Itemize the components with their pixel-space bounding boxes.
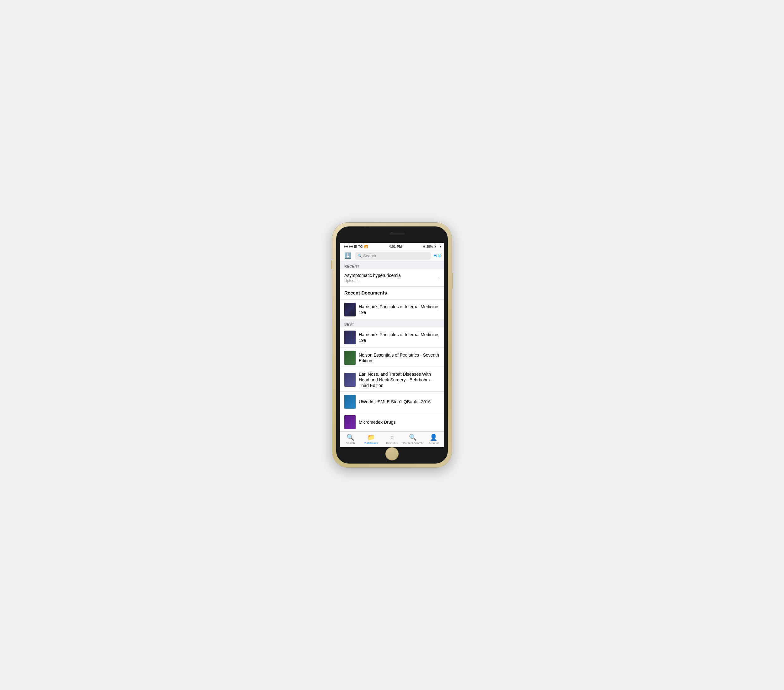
tab-account[interactable]: 👤 Account	[423, 433, 444, 445]
tab-databases[interactable]: 📁 Databases	[361, 433, 381, 445]
databases-tab-icon: 📁	[367, 433, 375, 441]
databases-tab-label: Databases	[364, 441, 378, 445]
recent-docs-header: Recent Documents	[340, 287, 444, 300]
search-bar-placeholder: Search	[363, 254, 376, 258]
status-left: IR-TCI 📶	[344, 245, 368, 249]
main-content: RECENT Asymptomatic hyperuricemia Uptoda…	[340, 262, 444, 431]
tab-bar: 🔍 Search 📁 Databases ☆ Favorites 🔍 Conte…	[340, 431, 444, 447]
power-button	[451, 273, 453, 288]
battery-icon	[434, 245, 440, 248]
recent-doc-title-0: Harrison's Principles of Internal Medici…	[359, 304, 440, 315]
nav-bar: ⬇️ 🔍 Search Edit	[340, 250, 444, 262]
best-item-title-0: Harrison's Principles of Internal Medici…	[359, 332, 440, 343]
best-item-0[interactable]: Harrison's Principles of Internal Medici…	[340, 328, 444, 348]
bluetooth-icon: ✱	[423, 245, 425, 249]
best-item-1[interactable]: Nelson Essentials of Pediatrics - Sevent…	[340, 348, 444, 368]
best-item-3[interactable]: UWorld USMLE Step1 QBank - 2016	[340, 392, 444, 412]
battery-fill	[435, 245, 436, 247]
dot-1	[344, 245, 346, 247]
tab-favorites[interactable]: ☆ Favorites	[382, 433, 402, 445]
best-item-content-3: UWorld USMLE Step1 QBank - 2016	[359, 399, 440, 405]
chevron-icon: ›	[438, 275, 440, 280]
best-item-content-2: Ear, Nose, and Throat Diseases With Head…	[359, 371, 440, 389]
recent-doc-content-0: Harrison's Principles of Internal Medici…	[359, 304, 440, 315]
edit-button[interactable]: Edit	[433, 253, 441, 258]
battery-percent: 29%	[427, 245, 433, 249]
book-thumb-uworld	[344, 395, 356, 408]
recent-item-title: Asymptomatic hyperuricemia	[344, 273, 438, 278]
best-item-content-4: Micromedex Drugs	[359, 419, 440, 425]
recent-section-header: RECENT	[340, 262, 444, 269]
recent-item-subtitle: Uptodate	[344, 278, 438, 283]
best-item-title-4: Micromedex Drugs	[359, 419, 440, 425]
dot-2	[346, 245, 348, 247]
dot-4	[351, 245, 353, 247]
content-search-tab-label: Content Search	[403, 441, 423, 445]
search-bar[interactable]: 🔍 Search	[355, 252, 431, 260]
status-bar: IR-TCI 📶 4:01 PM ✱ 29%	[340, 243, 444, 250]
recent-doc-item-0[interactable]: Harrison's Principles of Internal Medici…	[340, 300, 444, 320]
book-thumb-ent	[344, 373, 356, 387]
dot-3	[349, 245, 351, 247]
best-item-title-3: UWorld USMLE Step1 QBank - 2016	[359, 399, 440, 405]
home-button[interactable]	[385, 447, 399, 460]
recent-docs-title: Recent Documents	[344, 290, 440, 296]
phone-screen: IR-TCI 📶 4:01 PM ✱ 29% ⬇️	[340, 243, 444, 447]
book-thumb-nelson	[344, 351, 356, 365]
best-item-2[interactable]: Ear, Nose, and Throat Diseases With Head…	[340, 368, 444, 392]
best-item-4[interactable]: Micromedex Drugs	[340, 412, 444, 431]
status-right: ✱ 29%	[423, 245, 440, 249]
search-tab-icon: 🔍	[346, 433, 354, 441]
account-tab-icon: 👤	[430, 433, 438, 441]
tab-content-search[interactable]: 🔍 Content Search	[402, 433, 423, 445]
best-item-content-1: Nelson Essentials of Pediatrics - Sevent…	[359, 352, 440, 364]
download-button[interactable]: ⬇️	[343, 252, 352, 260]
speaker	[389, 233, 405, 235]
wifi-icon: 📶	[364, 245, 368, 249]
recent-item[interactable]: Asymptomatic hyperuricemia Uptodate ›	[340, 269, 444, 287]
content-search-tab-icon: 🔍	[409, 433, 417, 441]
book-thumb-harrison2	[344, 331, 356, 344]
phone-frame: IR-TCI 📶 4:01 PM ✱ 29% ⬇️	[333, 223, 451, 467]
best-item-title-1: Nelson Essentials of Pediatrics - Sevent…	[359, 352, 440, 364]
book-thumb-harrison-recent	[344, 303, 356, 316]
carrier-label: IR-TCI	[354, 245, 363, 249]
tab-search[interactable]: 🔍 Search	[340, 433, 361, 445]
favorites-tab-icon: ☆	[389, 433, 395, 441]
account-tab-label: Account	[429, 441, 439, 445]
search-tab-label: Search	[346, 441, 355, 445]
status-time: 4:01 PM	[389, 245, 402, 249]
phone-device: IR-TCI 📶 4:01 PM ✱ 29% ⬇️	[333, 223, 451, 467]
best-item-title-2: Ear, Nose, and Throat Diseases With Head…	[359, 371, 440, 389]
recent-item-content: Asymptomatic hyperuricemia Uptodate	[344, 273, 438, 283]
best-section-header: BEST	[340, 320, 444, 328]
signal-dots	[344, 245, 353, 247]
volume-button	[331, 260, 333, 269]
favorites-tab-label: Favorites	[386, 441, 398, 445]
best-item-content-0: Harrison's Principles of Internal Medici…	[359, 332, 440, 343]
phone-inner: IR-TCI 📶 4:01 PM ✱ 29% ⬇️	[336, 226, 448, 464]
search-bar-icon: 🔍	[357, 254, 362, 258]
book-thumb-micromedex	[344, 415, 356, 429]
